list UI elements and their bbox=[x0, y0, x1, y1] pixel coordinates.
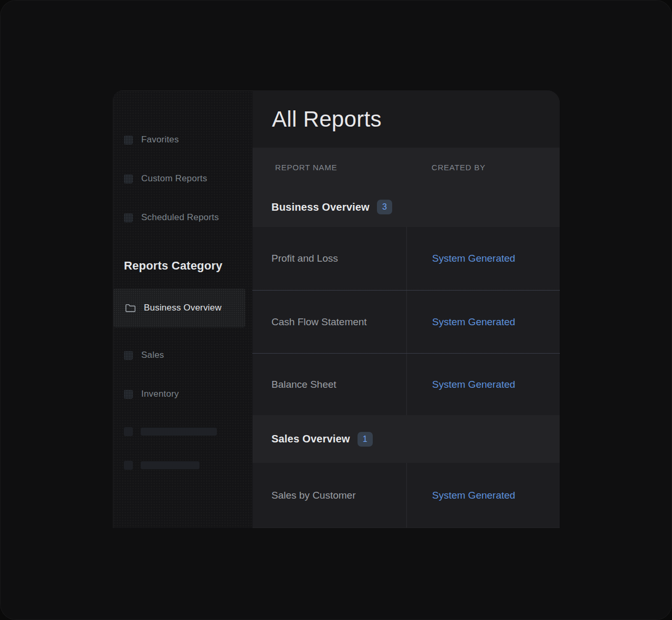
sidebar-item-label: Scheduled Reports bbox=[141, 212, 219, 223]
inventory-icon bbox=[124, 390, 133, 399]
report-name-cell[interactable]: Balance Sheet bbox=[253, 354, 406, 415]
sales-icon bbox=[124, 351, 133, 360]
table-row[interactable]: Cash Flow Statement System Generated bbox=[253, 290, 560, 353]
group-count-badge: 1 bbox=[358, 432, 373, 447]
table-row[interactable]: Profit and Loss System Generated bbox=[253, 227, 560, 290]
folder-icon bbox=[125, 304, 136, 313]
page-title: All Reports bbox=[272, 107, 382, 132]
sidebar-item-favorites[interactable]: Favorites bbox=[124, 133, 253, 146]
skeleton-icon bbox=[124, 461, 133, 470]
created-by-link[interactable]: System Generated bbox=[432, 316, 515, 328]
table-header-row: REPORT NAME CREATED BY bbox=[253, 148, 560, 187]
created-by-cell: System Generated bbox=[406, 463, 560, 528]
sidebar-item-inventory[interactable]: Inventory bbox=[124, 388, 253, 400]
column-header-created-by: CREATED BY bbox=[406, 163, 486, 172]
sidebar-item-sales[interactable]: Sales bbox=[124, 349, 253, 361]
created-by-link[interactable]: System Generated bbox=[432, 253, 515, 264]
reports-sidebar: Favorites Custom Reports Scheduled Repor… bbox=[113, 90, 253, 528]
created-by-cell: System Generated bbox=[406, 354, 560, 415]
sidebar-item-label: Custom Reports bbox=[141, 173, 207, 184]
sidebar-skeleton-item bbox=[124, 460, 253, 470]
created-by-link[interactable]: System Generated bbox=[432, 379, 515, 390]
sidebar-item-label: Sales bbox=[141, 350, 164, 360]
reports-main-panel: All Reports REPORT NAME CREATED BY Busin… bbox=[253, 90, 560, 528]
created-by-cell: System Generated bbox=[406, 291, 560, 353]
reports-category-heading: Reports Category bbox=[124, 259, 253, 273]
group-header-business-overview[interactable]: Business Overview 3 bbox=[253, 187, 560, 227]
report-name-cell[interactable]: Sales by Customer bbox=[253, 463, 406, 528]
group-name: Sales Overview bbox=[271, 433, 350, 445]
app-canvas: Favorites Custom Reports Scheduled Repor… bbox=[0, 0, 672, 620]
group-name: Business Overview bbox=[271, 201, 370, 213]
sidebar-item-label: Favorites bbox=[141, 135, 179, 145]
group-header-sales-overview[interactable]: Sales Overview 1 bbox=[253, 415, 560, 463]
reports-window: Favorites Custom Reports Scheduled Repor… bbox=[113, 90, 560, 528]
skeleton-bar bbox=[141, 428, 217, 436]
sidebar-skeleton-item bbox=[124, 427, 253, 436]
sidebar-item-label: Business Overview bbox=[144, 303, 222, 313]
sidebar-item-business-overview-selected[interactable]: Business Overview bbox=[113, 288, 245, 327]
sidebar-item-custom-reports[interactable]: Custom Reports bbox=[124, 172, 253, 185]
column-header-report-name: REPORT NAME bbox=[253, 163, 406, 172]
skeleton-bar bbox=[141, 461, 200, 469]
group-count-badge: 3 bbox=[377, 200, 392, 214]
scheduled-reports-icon bbox=[124, 213, 133, 222]
skeleton-icon bbox=[124, 427, 133, 436]
sidebar-item-scheduled-reports[interactable]: Scheduled Reports bbox=[124, 211, 253, 224]
sidebar-item-label: Inventory bbox=[141, 389, 179, 399]
favorites-icon bbox=[124, 136, 133, 144]
main-header: All Reports bbox=[253, 90, 560, 148]
table-row[interactable]: Balance Sheet System Generated bbox=[253, 353, 560, 415]
report-name-cell[interactable]: Cash Flow Statement bbox=[253, 291, 406, 353]
report-name-cell[interactable]: Profit and Loss bbox=[253, 227, 406, 290]
table-row[interactable]: Sales by Customer System Generated bbox=[253, 463, 560, 528]
created-by-link[interactable]: System Generated bbox=[432, 490, 515, 501]
custom-reports-icon bbox=[124, 174, 133, 183]
created-by-cell: System Generated bbox=[406, 227, 560, 290]
